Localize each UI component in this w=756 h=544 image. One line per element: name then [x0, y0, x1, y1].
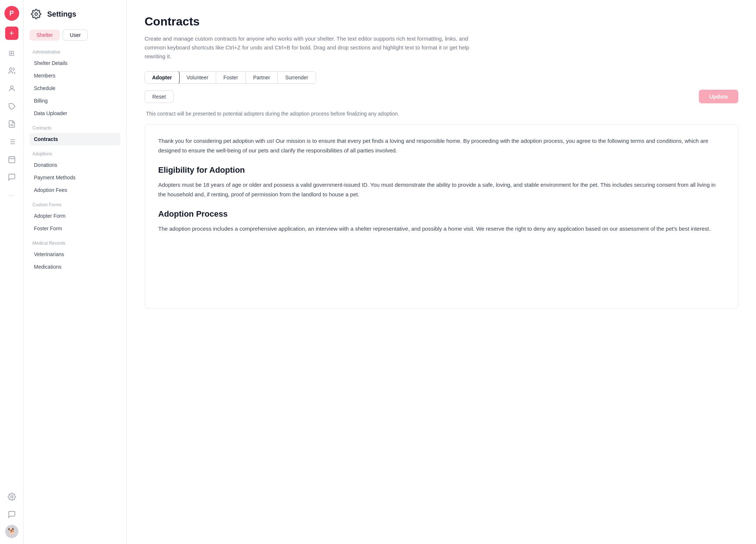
settings-header-icon	[30, 7, 43, 21]
app-logo[interactable]: P	[4, 6, 19, 21]
contract-section-body-1: Adopters must be 18 years of age or olde…	[158, 180, 725, 199]
avatar[interactable]: 🐕	[5, 525, 18, 538]
sidebar-item-adopter-form[interactable]: Adopter Form	[30, 210, 121, 222]
svg-rect-11	[8, 157, 15, 163]
sidebar-title: Settings	[47, 10, 76, 18]
contract-editor[interactable]: Thank you for considering pet adoption w…	[145, 124, 738, 309]
sidebar-item-adoption-fees[interactable]: Adoption Fees	[30, 184, 121, 196]
contract-section-body-2: The adoption process includes a comprehe…	[158, 224, 725, 234]
sidebar-item-veterinarians[interactable]: Veterinarians	[30, 248, 121, 261]
more-icon[interactable]: ···	[4, 187, 19, 202]
contract-type-tabs: Adopter Volunteer Foster Partner Surrend…	[145, 71, 316, 84]
contract-section-heading-1: Eligibility for Adoption	[158, 165, 725, 175]
tag-icon[interactable]	[4, 99, 19, 114]
add-button[interactable]: +	[5, 27, 18, 40]
section-label-medical-records: Medical Records	[30, 241, 121, 246]
sidebar-item-shelter-details[interactable]: Shelter Details	[30, 57, 121, 69]
person-icon[interactable]	[4, 81, 19, 96]
page-title: Contracts	[145, 15, 738, 28]
svg-point-15	[11, 496, 13, 498]
settings-icon[interactable]	[4, 489, 19, 504]
tab-adopter[interactable]: Adopter	[145, 71, 180, 84]
list-icon[interactable]	[4, 134, 19, 149]
sidebar-item-data-uploader[interactable]: Data Uploader	[30, 107, 121, 120]
grid-icon[interactable]: ⊞	[4, 46, 19, 61]
svg-point-1	[10, 86, 13, 89]
tab-partner[interactable]: Partner	[246, 72, 278, 83]
section-label-adoptions: Adoptions	[30, 151, 121, 156]
section-label-contracts: Contracts	[30, 125, 121, 131]
tab-user[interactable]: User	[63, 30, 88, 41]
sidebar-item-schedule[interactable]: Schedule	[30, 82, 121, 94]
contract-section-heading-2: Adoption Process	[158, 209, 725, 219]
report-icon[interactable]	[4, 117, 19, 131]
chat-icon[interactable]	[4, 170, 19, 185]
sidebar-tabs: Shelter User	[30, 30, 121, 41]
contract-note: This contract will be presented to poten…	[145, 111, 738, 117]
sidebar-item-members[interactable]: Members	[30, 69, 121, 82]
sidebar-item-foster-form[interactable]: Foster Form	[30, 222, 121, 235]
section-label-custom-forms: Custom Forms	[30, 202, 121, 207]
contract-intro-text: Thank you for considering pet adoption w…	[158, 136, 725, 155]
users-icon[interactable]	[4, 63, 19, 78]
sidebar-header: Settings	[30, 7, 121, 21]
calendar-icon[interactable]	[4, 152, 19, 167]
action-bar: Reset Update	[145, 90, 738, 103]
tab-volunteer[interactable]: Volunteer	[179, 72, 216, 83]
sidebar-item-contracts[interactable]: Contracts	[30, 133, 121, 145]
message-bottom-icon[interactable]	[4, 507, 19, 522]
tab-foster[interactable]: Foster	[216, 72, 246, 83]
sidebar-item-medications[interactable]: Medications	[30, 261, 121, 273]
page-description: Create and manage custom contracts for a…	[145, 34, 476, 61]
reset-button[interactable]: Reset	[145, 90, 174, 103]
update-button[interactable]: Update	[699, 90, 738, 103]
sidebar-item-payment-methods[interactable]: Payment Methods	[30, 171, 121, 184]
icon-rail: P + ⊞ ··· 🐕	[0, 0, 24, 544]
sidebar-item-billing[interactable]: Billing	[30, 94, 121, 107]
tab-shelter[interactable]: Shelter	[30, 30, 60, 41]
svg-point-0	[9, 68, 12, 70]
tab-surrender[interactable]: Surrender	[278, 72, 315, 83]
main-content: Contracts Create and manage custom contr…	[127, 0, 756, 544]
sidebar-item-donations[interactable]: Donations	[30, 159, 121, 171]
svg-point-16	[35, 13, 38, 16]
section-label-administrative: Administrative	[30, 49, 121, 55]
sidebar: Settings Shelter User Administrative She…	[24, 0, 127, 544]
